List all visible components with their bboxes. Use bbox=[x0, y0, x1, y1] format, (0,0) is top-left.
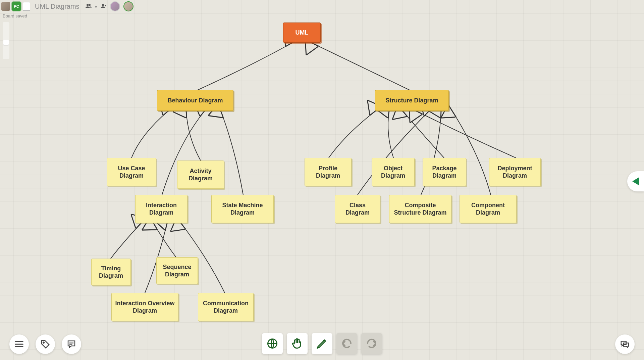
chevron-left-icon[interactable]: « bbox=[95, 4, 98, 9]
chat-button[interactable] bbox=[615, 334, 635, 354]
svg-point-2 bbox=[102, 4, 104, 6]
node-state-machine-diagram[interactable]: State Machine Diagram bbox=[211, 195, 274, 223]
node-behaviour-diagram[interactable]: Behaviour Diagram bbox=[157, 90, 233, 111]
owner-avatar[interactable] bbox=[1, 2, 10, 11]
comment-button[interactable] bbox=[62, 334, 81, 354]
node-object-diagram[interactable]: Object Diagram bbox=[372, 158, 415, 186]
viewer-avatar-2[interactable] bbox=[123, 1, 133, 11]
node-timing-diagram[interactable]: Timing Diagram bbox=[91, 259, 131, 285]
explore-tool-button[interactable] bbox=[262, 333, 283, 354]
menu-button[interactable] bbox=[9, 334, 29, 354]
play-icon bbox=[632, 177, 639, 185]
top-bar: PC UML Diagrams « bbox=[1, 1, 133, 11]
zoom-slider[interactable] bbox=[3, 22, 9, 59]
node-package-diagram[interactable]: Package Diagram bbox=[423, 158, 466, 186]
undo-button[interactable] bbox=[336, 333, 357, 354]
bottom-right-tools bbox=[615, 334, 635, 354]
file-icon[interactable] bbox=[23, 2, 30, 11]
draw-tool-button[interactable] bbox=[312, 333, 332, 354]
node-use-case-diagram[interactable]: Use Case Diagram bbox=[107, 158, 156, 186]
bottom-left-tools bbox=[9, 334, 81, 354]
pan-tool-button[interactable] bbox=[287, 333, 308, 354]
collaborators-icon[interactable] bbox=[86, 3, 92, 9]
node-interaction-overview-diagram[interactable]: Interaction Overview Diagram bbox=[111, 293, 178, 321]
node-communication-diagram[interactable]: Communication Diagram bbox=[198, 293, 254, 321]
redo-button[interactable] bbox=[361, 333, 382, 354]
node-interaction-diagram[interactable]: Interaction Diagram bbox=[135, 195, 187, 223]
add-user-icon[interactable] bbox=[101, 3, 107, 9]
tags-button[interactable] bbox=[36, 334, 55, 354]
node-deployment-diagram[interactable]: Deployment Diagram bbox=[489, 158, 541, 186]
node-component-diagram[interactable]: Component Diagram bbox=[460, 195, 517, 223]
presence-avatar-pc[interactable]: PC bbox=[12, 2, 21, 11]
node-profile-diagram[interactable]: Profile Diagram bbox=[305, 158, 352, 186]
board-title[interactable]: UML Diagrams bbox=[35, 3, 79, 10]
node-structure-diagram[interactable]: Structure Diagram bbox=[375, 90, 449, 111]
bottom-center-tools bbox=[262, 333, 382, 354]
node-composite-structure-diagram[interactable]: Composite Structure Diagram bbox=[389, 195, 451, 223]
board-status: Board saved bbox=[3, 13, 27, 18]
zoom-slider-thumb[interactable] bbox=[3, 40, 9, 45]
node-uml[interactable]: UML bbox=[283, 22, 321, 43]
diagram-canvas[interactable]: UML Behaviour Diagram Structure Diagram … bbox=[0, 0, 644, 360]
node-class-diagram[interactable]: Class Diagram bbox=[335, 195, 380, 223]
node-activity-diagram[interactable]: Activity Diagram bbox=[177, 161, 224, 189]
node-sequence-diagram[interactable]: Sequence Diagram bbox=[156, 257, 198, 284]
viewer-avatar-1[interactable] bbox=[110, 1, 120, 11]
svg-point-0 bbox=[87, 4, 89, 6]
svg-point-1 bbox=[89, 4, 91, 6]
svg-point-6 bbox=[43, 342, 44, 343]
